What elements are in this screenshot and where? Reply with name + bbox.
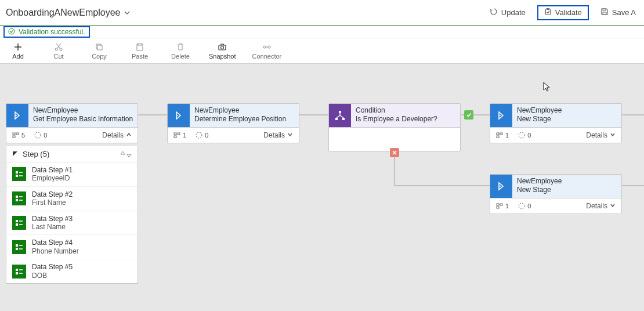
svg-rect-24 xyxy=(16,133,19,135)
notification-bar: Validation successful. xyxy=(0,26,644,38)
flow-title[interactable]: OnboardingANewEmployee xyxy=(0,8,131,18)
svg-rect-25 xyxy=(13,136,15,138)
stage-title: New Stage xyxy=(517,115,618,124)
condition-card[interactable]: Condition Is Employee a Developer? xyxy=(328,103,461,151)
svg-rect-47 xyxy=(500,133,502,135)
chevron-down-icon xyxy=(124,9,131,16)
duration-count: 0 xyxy=(518,202,531,209)
steps-count: 1 xyxy=(173,132,186,139)
step-name: Data Step #3 xyxy=(32,215,73,223)
svg-point-5 xyxy=(55,48,57,50)
stage-card[interactable]: NewEmployee Determine Employee Position … xyxy=(167,103,299,143)
duration-count: 0 xyxy=(196,132,208,139)
refresh-icon xyxy=(490,8,498,17)
stage-card[interactable]: NewEmployee Get Employee Basic Informati… xyxy=(6,103,138,143)
save-button[interactable]: Save A xyxy=(597,5,639,20)
details-toggle[interactable]: Details xyxy=(263,131,293,139)
mouse-cursor-icon xyxy=(543,82,551,95)
svg-rect-51 xyxy=(497,204,499,205)
condition-entity: Condition xyxy=(356,106,457,115)
cut-label: Cut xyxy=(53,53,63,60)
step-row[interactable]: Data Step #4Phone Number xyxy=(6,235,138,259)
flow-title-text: OnboardingANewEmployee xyxy=(6,8,120,18)
stage-card[interactable]: NewEmployee New Stage 1 0 Details xyxy=(490,174,622,214)
step-field: Phone Number xyxy=(32,247,79,255)
stage-entity: NewEmployee xyxy=(33,106,134,115)
check-circle-icon xyxy=(8,28,15,37)
plus-icon xyxy=(13,42,23,52)
steps-count: 5 xyxy=(12,132,25,139)
stage-chevron-icon xyxy=(6,104,28,127)
connector-icon xyxy=(262,42,272,52)
stage-title: Determine Employee Position xyxy=(194,115,295,124)
cut-button[interactable]: Cut xyxy=(46,42,71,60)
toolbar: Add Cut Copy Paste Delete Snapshot Conne… xyxy=(0,38,644,64)
stage-chevron-icon xyxy=(168,104,190,127)
svg-rect-39 xyxy=(178,133,180,135)
data-step-icon xyxy=(12,216,26,230)
svg-rect-42 xyxy=(339,111,341,113)
svg-rect-8 xyxy=(97,45,102,50)
clipboard-check-icon xyxy=(544,8,552,17)
stage-entity: NewEmployee xyxy=(194,106,295,115)
paste-icon xyxy=(135,42,144,52)
step-row[interactable]: Data Step #5DOB xyxy=(6,259,138,283)
stage-chevron-icon xyxy=(490,175,512,198)
step-row[interactable]: Data Step #2First Name xyxy=(6,187,138,211)
add-label: Add xyxy=(12,53,24,60)
svg-rect-2 xyxy=(603,9,606,10)
stage-entity: NewEmployee xyxy=(517,177,618,186)
svg-rect-44 xyxy=(342,118,345,120)
connector-label: Connector xyxy=(252,53,281,60)
svg-point-13 xyxy=(263,46,266,48)
step-row[interactable]: Data Step #3Last Name xyxy=(6,211,138,236)
branch-icon xyxy=(329,104,351,127)
sort-buttons[interactable] xyxy=(120,151,132,158)
details-toggle[interactable]: Details xyxy=(586,131,616,139)
paste-button[interactable]: Paste xyxy=(128,42,152,60)
svg-point-41 xyxy=(196,132,202,138)
svg-point-14 xyxy=(268,46,270,48)
condition-yes-badge xyxy=(464,110,473,120)
condition-no-badge xyxy=(390,148,399,157)
svg-rect-30 xyxy=(16,199,18,201)
stage-entity: NewEmployee xyxy=(517,106,618,115)
svg-rect-28 xyxy=(16,175,18,177)
copy-icon xyxy=(95,42,104,52)
connector-button[interactable]: Connector xyxy=(252,42,281,60)
delete-label: Delete xyxy=(171,53,190,60)
step-row[interactable]: Data Step #1EmployeeID xyxy=(6,162,138,187)
svg-point-6 xyxy=(60,48,62,50)
svg-rect-23 xyxy=(13,133,15,135)
svg-point-49 xyxy=(519,132,524,138)
update-button[interactable]: Update xyxy=(486,5,529,20)
copy-button[interactable]: Copy xyxy=(87,42,111,60)
svg-rect-40 xyxy=(174,136,176,138)
svg-rect-34 xyxy=(16,248,18,250)
delete-button[interactable]: Delete xyxy=(168,42,193,60)
step-name: Data Step #2 xyxy=(32,190,73,198)
details-toggle[interactable]: Details xyxy=(586,202,616,210)
step-field: DOB xyxy=(32,272,73,280)
stage-title: New Stage xyxy=(517,186,618,194)
add-button[interactable]: Add xyxy=(6,42,30,60)
validate-button[interactable]: Validate xyxy=(537,5,589,20)
step-panel-title: Step (5) xyxy=(23,150,49,158)
svg-rect-52 xyxy=(500,204,502,205)
svg-rect-48 xyxy=(497,136,499,138)
scissors-icon xyxy=(54,42,63,52)
condition-title: Is Employee a Developer? xyxy=(356,115,457,124)
svg-rect-31 xyxy=(16,220,18,222)
data-step-icon xyxy=(12,191,26,205)
stage-card[interactable]: NewEmployee New Stage 1 0 Details xyxy=(490,103,622,143)
save-label: Save A xyxy=(612,8,636,17)
svg-rect-32 xyxy=(16,223,18,226)
svg-rect-46 xyxy=(497,133,499,135)
stage-chevron-icon xyxy=(490,104,512,127)
step-panel-header[interactable]: Step (5) xyxy=(6,146,138,162)
save-icon xyxy=(600,8,609,17)
details-toggle[interactable]: Details xyxy=(102,131,132,139)
data-step-icon xyxy=(12,167,26,181)
triangle-collapse-icon xyxy=(12,150,18,158)
snapshot-button[interactable]: Snapshot xyxy=(209,42,236,60)
